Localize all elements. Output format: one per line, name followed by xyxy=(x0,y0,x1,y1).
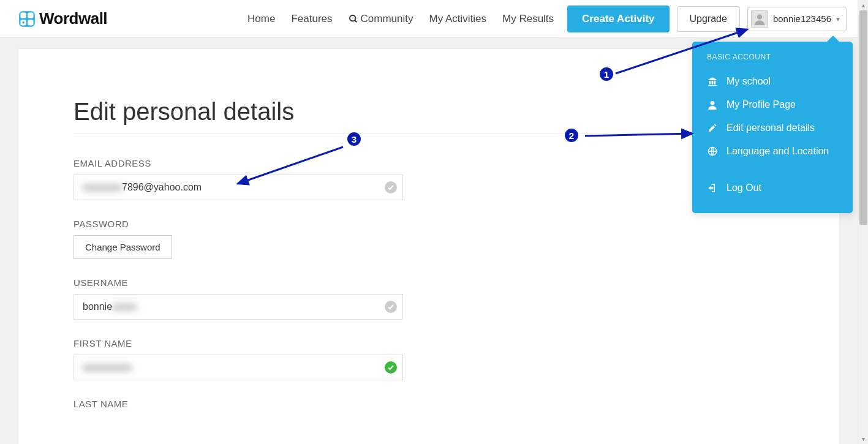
vertical-scrollbar[interactable]: ▴ ▾ xyxy=(858,0,868,444)
password-group: PASSWORD Change Password xyxy=(74,219,784,259)
menu-label: Edit personal details xyxy=(726,122,815,134)
email-hidden-part: xxxxxxxx xyxy=(83,182,122,193)
scroll-down-icon[interactable]: ▾ xyxy=(858,434,868,444)
firstname-group: FIRST NAME xxxxxxxxxx xyxy=(74,338,784,380)
nav-features[interactable]: Features xyxy=(291,13,332,25)
svg-rect-4 xyxy=(28,20,33,25)
menu-my-school[interactable]: My school xyxy=(692,70,853,93)
svg-point-9 xyxy=(711,101,715,105)
username-visible-part: bonnie xyxy=(83,301,112,312)
nav-community[interactable]: Community xyxy=(349,13,413,25)
username-label: bonnie123456 xyxy=(773,13,831,24)
menu-language-location[interactable]: Language and Location xyxy=(692,140,853,163)
firstname-field[interactable]: xxxxxxxxxx xyxy=(74,355,403,380)
avatar xyxy=(751,10,768,28)
username-group: USERNAME bonnie xxxxx xyxy=(74,277,784,320)
email-field[interactable]: xxxxxxxx 7896@yahoo.com xyxy=(74,175,403,200)
menu-profile-page[interactable]: My Profile Page xyxy=(692,93,853,116)
user-dropdown: BASIC ACCOUNT My school My Profile Page … xyxy=(692,42,853,213)
nav-my-activities[interactable]: My Activities xyxy=(429,13,486,25)
menu-log-out[interactable]: Log Out xyxy=(692,176,853,200)
check-valid-icon xyxy=(385,361,397,374)
password-label: PASSWORD xyxy=(74,219,784,229)
scroll-up-icon[interactable]: ▴ xyxy=(858,0,868,10)
svg-rect-2 xyxy=(28,12,33,18)
menu-label: Language and Location xyxy=(726,146,829,157)
upgrade-button[interactable]: Upgrade xyxy=(677,6,740,32)
search-icon xyxy=(349,14,358,24)
create-activity-button[interactable]: Create Activity xyxy=(567,6,669,32)
logout-icon xyxy=(707,183,718,193)
school-icon xyxy=(707,77,718,86)
menu-label: My Profile Page xyxy=(726,99,796,110)
nav-home[interactable]: Home xyxy=(247,13,275,25)
page-title: Edit personal details xyxy=(74,98,784,134)
firstname-hidden-part: xxxxxxxxxx xyxy=(83,362,132,373)
brand-name: Wordwall xyxy=(39,9,107,28)
scroll-thumb[interactable] xyxy=(859,10,867,225)
svg-point-8 xyxy=(757,14,762,19)
lastname-label: LAST NAME xyxy=(74,399,784,409)
edit-icon xyxy=(707,123,718,133)
wordwall-logo-icon xyxy=(18,10,36,28)
username-hidden-part: xxxxx xyxy=(112,301,137,312)
globe-icon xyxy=(707,146,718,156)
user-icon xyxy=(707,100,718,110)
main-header: Wordwall Home Features Community My Acti… xyxy=(0,0,858,38)
account-type-label: BASIC ACCOUNT xyxy=(692,53,853,70)
nav-community-label: Community xyxy=(361,13,413,25)
menu-label: My school xyxy=(726,76,771,87)
lastname-group: LAST NAME xyxy=(74,399,784,409)
chevron-down-icon: ▾ xyxy=(836,15,840,23)
main-nav: Home Features Community My Activities My… xyxy=(247,13,554,25)
check-icon xyxy=(385,181,397,194)
email-label: EMAIL ADDRESS xyxy=(74,158,784,168)
username-label-field: USERNAME xyxy=(74,277,784,288)
username-field[interactable]: bonnie xxxxx xyxy=(74,294,403,320)
check-icon xyxy=(385,301,397,313)
firstname-label: FIRST NAME xyxy=(74,338,784,348)
svg-line-7 xyxy=(355,20,357,22)
user-menu-trigger[interactable]: bonnie123456 ▾ xyxy=(747,7,847,31)
menu-label: Log Out xyxy=(726,182,761,194)
svg-rect-1 xyxy=(21,12,26,18)
svg-point-6 xyxy=(350,15,355,21)
menu-edit-personal-details[interactable]: Edit personal details xyxy=(692,116,853,140)
email-group: EMAIL ADDRESS xxxxxxxx 7896@yahoo.com xyxy=(74,158,784,200)
nav-my-results[interactable]: My Results xyxy=(502,13,554,25)
svg-point-5 xyxy=(22,21,25,24)
brand-logo[interactable]: Wordwall xyxy=(18,9,107,28)
email-visible-part: 7896@yahoo.com xyxy=(122,182,202,193)
change-password-button[interactable]: Change Password xyxy=(74,235,172,259)
